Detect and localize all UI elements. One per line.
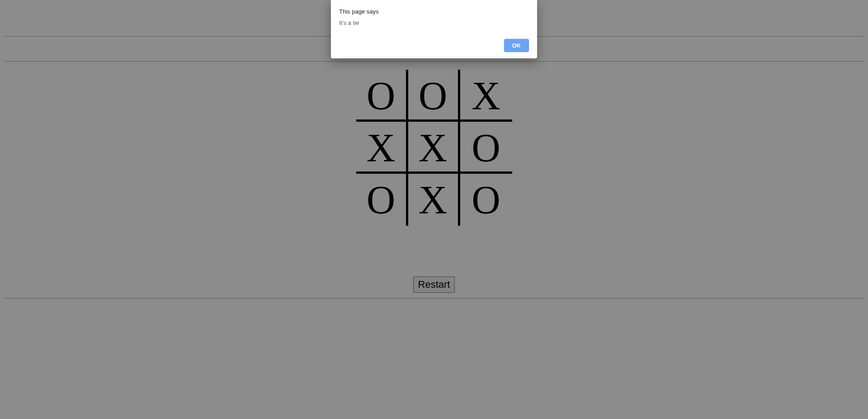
- alert-actions: OK: [339, 39, 529, 52]
- alert-dialog: This page says It's a tie OK: [331, 0, 537, 58]
- alert-title: This page says: [339, 8, 529, 15]
- alert-message: It's a tie: [339, 19, 529, 26]
- ok-button[interactable]: OK: [504, 39, 529, 52]
- modal-overlay: [0, 0, 868, 419]
